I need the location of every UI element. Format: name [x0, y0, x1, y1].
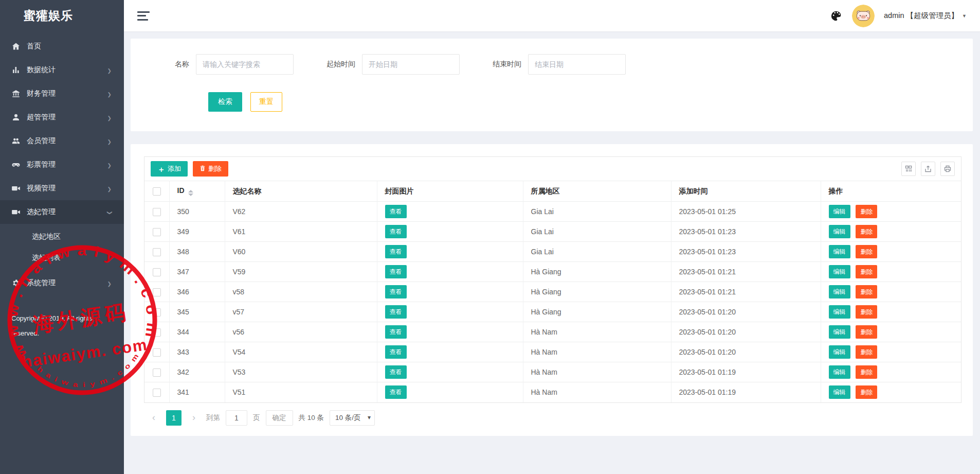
reset-button[interactable]: 重置	[250, 92, 282, 112]
row-checkbox[interactable]	[153, 389, 161, 397]
sidebar-item-home[interactable]: 首页	[0, 34, 124, 58]
view-cover-button[interactable]: 查看	[385, 245, 407, 258]
prev-page-button[interactable]	[147, 410, 160, 426]
delete-button[interactable]: 删除	[856, 345, 877, 359]
sidebar-subitem-region[interactable]: 选妃地区	[0, 226, 124, 247]
delete-button[interactable]: 删除	[856, 265, 877, 278]
cell-time: 2023-05-01 01:21	[671, 282, 821, 302]
edit-button[interactable]: 编辑	[829, 285, 850, 299]
view-cover-button[interactable]: 查看	[385, 325, 407, 339]
cell-id: 348	[169, 242, 225, 262]
header-cover: 封面图片	[377, 181, 523, 202]
row-checkbox[interactable]	[153, 348, 161, 357]
sidebar-item-system[interactable]: 系统管理	[0, 271, 124, 295]
chevron-right-icon	[105, 137, 112, 145]
cell-id: 345	[169, 302, 225, 322]
bulk-delete-button[interactable]: 删除	[193, 161, 228, 177]
sidebar-item-concubine[interactable]: 选妃管理	[0, 200, 124, 224]
view-cover-button[interactable]: 查看	[385, 385, 407, 399]
sidebar-item-label: 选妃管理	[27, 207, 105, 217]
row-checkbox[interactable]	[153, 248, 161, 256]
delete-button[interactable]: 删除	[856, 305, 877, 319]
sort-icon[interactable]	[188, 190, 193, 196]
goto-page-input[interactable]	[226, 410, 247, 426]
edit-button[interactable]: 编辑	[829, 385, 850, 399]
edit-button[interactable]: 编辑	[829, 305, 850, 319]
hamburger-menu-icon[interactable]	[137, 11, 151, 21]
bar-chart-icon	[11, 65, 21, 75]
print-button[interactable]	[940, 162, 955, 176]
table-body: 350 V62 查看 Gia Lai 2023-05-01 01:25 编辑 删…	[144, 202, 961, 402]
table-row: 345 v57 查看 Hà Giang 2023-05-01 01:20 编辑 …	[144, 302, 961, 322]
select-all-checkbox[interactable]	[153, 187, 161, 196]
chevron-right-icon	[105, 90, 112, 98]
table-panel: ＋ 添加 删除	[131, 144, 973, 436]
trash-icon	[199, 165, 206, 173]
table-row: 344 v56 查看 Hà Nam 2023-05-01 01:20 编辑 删除	[144, 322, 961, 342]
sidebar-item-members[interactable]: 会员管理	[0, 129, 124, 153]
sidebar-item-label: 首页	[27, 42, 112, 51]
row-checkbox[interactable]	[153, 208, 161, 216]
keyword-input[interactable]	[196, 54, 294, 75]
view-cover-button[interactable]: 查看	[385, 265, 407, 278]
user-menu[interactable]: admin 【超级管理员】 ▼	[884, 11, 967, 21]
edit-button[interactable]: 编辑	[829, 345, 850, 359]
view-cover-button[interactable]: 查看	[385, 365, 407, 379]
sidebar-item-finance[interactable]: 财务管理	[0, 82, 124, 106]
view-cover-button[interactable]: 查看	[385, 305, 407, 319]
delete-button[interactable]: 删除	[856, 385, 877, 399]
row-checkbox[interactable]	[153, 328, 161, 337]
row-checkbox[interactable]	[153, 308, 161, 317]
cell-id: 342	[169, 362, 225, 382]
add-button[interactable]: ＋ 添加	[151, 161, 188, 177]
view-cover-button[interactable]: 查看	[385, 345, 407, 359]
delete-button[interactable]: 删除	[856, 225, 877, 238]
cell-region: Hà Nam	[523, 342, 671, 362]
view-cover-button[interactable]: 查看	[385, 225, 407, 238]
row-checkbox[interactable]	[153, 288, 161, 296]
row-checkbox[interactable]	[153, 268, 161, 276]
view-cover-button[interactable]: 查看	[385, 205, 407, 218]
cell-time: 2023-05-01 01:20	[671, 302, 821, 322]
avatar[interactable]	[852, 5, 875, 27]
sidebar-menu: 首页 数据统计 财务管理 超管管理 会员管理	[0, 34, 124, 295]
home-icon	[11, 42, 21, 51]
row-checkbox[interactable]	[153, 368, 161, 377]
end-date-input[interactable]	[528, 54, 626, 75]
per-page-select[interactable]: 10 条/页	[330, 410, 375, 426]
sidebar-subitem-list[interactable]: 选妃列表	[0, 247, 124, 268]
pagination: 1 到第 页 确定 共 10 条 10 条/页	[144, 403, 961, 429]
search-button[interactable]: 检索	[208, 92, 242, 112]
export-button[interactable]	[921, 162, 935, 176]
end-time-label: 结束时间	[493, 60, 521, 69]
row-checkbox[interactable]	[153, 228, 161, 236]
sidebar-item-stats[interactable]: 数据统计	[0, 58, 124, 82]
edit-button[interactable]: 编辑	[829, 365, 850, 379]
goto-confirm-button[interactable]: 确定	[266, 410, 293, 426]
cell-id: 349	[169, 222, 225, 242]
start-date-input[interactable]	[362, 54, 460, 75]
delete-button[interactable]: 删除	[856, 245, 877, 258]
sidebar-item-video[interactable]: 视频管理	[0, 177, 124, 200]
edit-button[interactable]: 编辑	[829, 265, 850, 278]
cell-id: 350	[169, 202, 225, 222]
next-page-button[interactable]	[187, 410, 201, 426]
cell-id: 343	[169, 342, 225, 362]
edit-button[interactable]: 编辑	[829, 325, 850, 339]
delete-button[interactable]: 删除	[856, 285, 877, 299]
username-text: admin 【超级管理员】	[884, 11, 958, 21]
cell-time: 2023-05-01 01:25	[671, 202, 821, 222]
page-1-button[interactable]: 1	[166, 410, 182, 426]
filter-columns-button[interactable]	[901, 162, 916, 176]
sidebar-item-lottery[interactable]: 彩票管理	[0, 153, 124, 177]
view-cover-button[interactable]: 查看	[385, 285, 407, 299]
edit-button[interactable]: 编辑	[829, 245, 850, 258]
sidebar-item-admins[interactable]: 超管管理	[0, 106, 124, 129]
edit-button[interactable]: 编辑	[829, 225, 850, 238]
delete-button[interactable]: 删除	[856, 325, 877, 339]
delete-button[interactable]: 删除	[856, 205, 877, 218]
sidebar-item-label: 会员管理	[27, 136, 105, 146]
edit-button[interactable]: 编辑	[829, 205, 850, 218]
delete-button[interactable]: 删除	[856, 365, 877, 379]
palette-icon[interactable]	[830, 10, 843, 22]
